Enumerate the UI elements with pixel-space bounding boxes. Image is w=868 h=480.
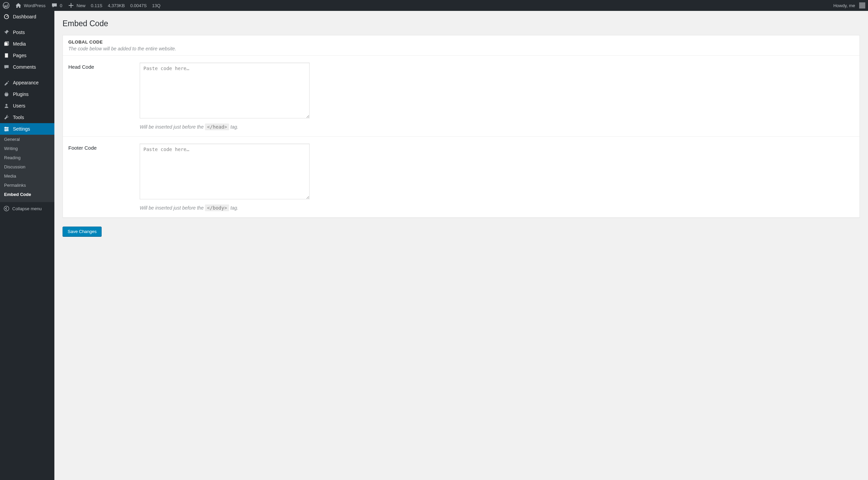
footer-code-label: Footer Code [68,144,140,151]
svg-rect-4 [5,53,8,58]
svg-point-5 [5,104,7,106]
debug-stat-queries[interactable]: 13Q [152,3,161,8]
submenu-item-reading[interactable]: Reading [0,153,54,162]
sidebar-item-label: Plugins [13,92,29,97]
svg-rect-7 [4,129,9,130]
page-title: Embed Code [63,19,860,28]
sidebar-item-dashboard[interactable]: Dashboard [0,11,54,22]
site-home-link[interactable]: WordPress [15,2,46,9]
svg-rect-8 [4,130,9,131]
footer-code-hint: Will be inserted just before the </body>… [140,205,310,211]
users-icon [3,103,10,109]
debug-stat-time[interactable]: 0.11S [91,3,102,8]
submenu-item-permalinks[interactable]: Permalinks [0,181,54,190]
avatar [859,2,865,9]
comments-count: 0 [60,3,62,8]
sidebar-item-users[interactable]: Users [0,100,54,112]
pages-icon [3,52,10,59]
collapse-label: Collapse menu [12,206,42,211]
svg-rect-6 [4,127,9,128]
svg-point-12 [4,206,9,211]
appearance-icon [3,80,10,86]
settings-submenu: General Writing Reading Discussion Media… [0,135,54,202]
tools-icon [3,114,10,120]
account-menu[interactable]: Howdy, me [833,2,865,9]
sidebar-item-label: Media [13,41,26,47]
head-code-label: Head Code [68,63,140,70]
head-tag-code: </head> [205,123,229,130]
submenu-item-embed-code[interactable]: Embed Code [0,190,54,199]
body-tag-code: </body> [205,204,229,211]
submenu-item-writing[interactable]: Writing [0,144,54,153]
wordpress-logo-menu[interactable] [3,2,10,9]
save-changes-button[interactable]: Save Changes [63,227,102,236]
head-code-row: Head Code Will be inserted just before t… [63,56,860,137]
collapse-icon [3,205,10,212]
main-content: Embed Code GLOBAL CODE The code below wi… [54,11,868,480]
panel-heading: GLOBAL CODE [68,39,854,45]
sidebar-item-pages[interactable]: Pages [0,50,54,61]
media-icon [3,41,10,47]
site-name: WordPress [24,3,46,8]
pin-icon [3,29,10,35]
submenu-item-media[interactable]: Media [0,171,54,181]
admin-topbar: WordPress 0 New 0.11S 4,373KB 0.0047S 13… [0,0,868,11]
sidebar-item-label: Posts [13,30,25,35]
submenu-item-discussion[interactable]: Discussion [0,162,54,171]
home-icon [15,2,22,9]
panel-header: GLOBAL CODE The code below will be added… [63,35,860,56]
new-label: New [76,3,85,8]
svg-rect-9 [5,127,6,129]
debug-stat-db[interactable]: 0.0047S [130,3,146,8]
comments-link[interactable]: 0 [51,2,62,9]
sidebar-item-tools[interactable]: Tools [0,112,54,123]
admin-sidebar: Dashboard Posts Media Pages Comments [0,11,54,480]
sidebar-item-label: Tools [13,115,24,120]
sidebar-item-label: Comments [13,64,36,70]
plus-icon [68,2,74,9]
submenu-item-general[interactable]: General [0,135,54,144]
panel-subheading: The code below will be added to the enti… [68,46,854,51]
svg-rect-11 [5,130,6,132]
comments-icon [3,64,10,70]
howdy-text: Howdy, me [833,3,855,8]
collapse-menu-toggle[interactable]: Collapse menu [0,202,54,215]
global-code-panel: GLOBAL CODE The code below will be added… [63,35,860,218]
sidebar-item-comments[interactable]: Comments [0,61,54,73]
sidebar-item-media[interactable]: Media [0,38,54,50]
footer-code-textarea[interactable] [140,144,310,199]
sidebar-item-settings[interactable]: Settings [0,123,54,135]
footer-code-row: Footer Code Will be inserted just before… [63,137,860,217]
comment-icon [51,2,58,9]
sidebar-item-plugins[interactable]: Plugins [0,88,54,100]
new-content-link[interactable]: New [68,2,85,9]
head-code-textarea[interactable] [140,63,310,118]
plugins-icon [3,91,10,97]
settings-icon [3,126,10,132]
sidebar-item-label: Pages [13,53,27,58]
sidebar-item-label: Settings [13,126,30,132]
wordpress-logo-icon [3,2,10,9]
dashboard-icon [3,14,10,20]
debug-stat-memory[interactable]: 4,373KB [108,3,125,8]
sidebar-item-posts[interactable]: Posts [0,27,54,38]
sidebar-item-label: Users [13,103,25,109]
head-code-hint: Will be inserted just before the </head>… [140,124,310,130]
sidebar-item-appearance[interactable]: Appearance [0,77,54,88]
sidebar-item-label: Dashboard [13,14,36,19]
sidebar-item-label: Appearance [13,80,39,85]
svg-rect-10 [7,128,8,130]
